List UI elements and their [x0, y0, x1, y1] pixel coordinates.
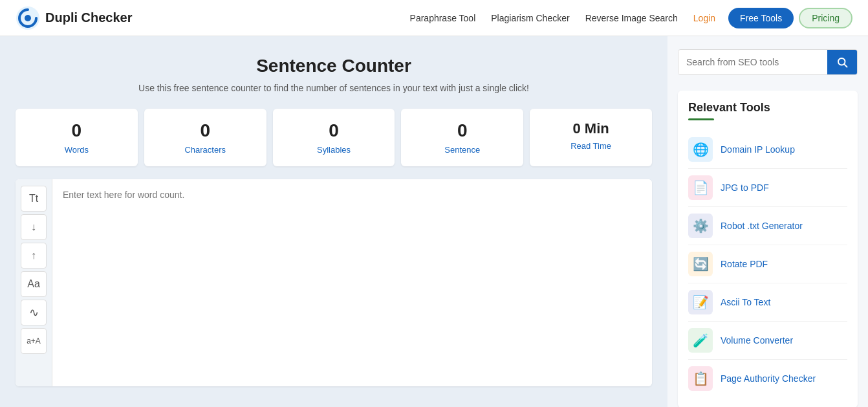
search-box [678, 49, 858, 75]
search-input[interactable] [678, 50, 827, 74]
read-time-label: Read Time [536, 141, 646, 151]
login-link[interactable]: Login [693, 13, 715, 23]
robot-txt-icon: ⚙️ [688, 214, 713, 238]
words-value: 0 [22, 120, 131, 141]
jpg-to-pdf-icon: 📄 [688, 175, 713, 200]
special-button[interactable]: ∿ [21, 300, 47, 325]
reverse-image-search-link[interactable]: Reverse Image Search [585, 13, 678, 23]
read-time-value: 0 Min [536, 120, 646, 137]
nav-links: Paraphrase Tool Plagiarism Checker Rever… [410, 13, 716, 23]
case-button[interactable]: Aa [21, 271, 47, 297]
characters-stat-card: 0 Characters [144, 109, 266, 166]
ascii-to-text-label: Ascii To Text [721, 297, 770, 307]
syllables-value: 0 [279, 120, 389, 141]
plagiarism-checker-link[interactable]: Plagiarism Checker [491, 13, 569, 23]
characters-value: 0 [151, 120, 260, 141]
page-subtitle: Use this free sentence counter to find t… [16, 83, 652, 93]
editor-toolbar: Tt ↓ ↑ Aa ∿ a+A [16, 179, 52, 386]
svg-point-1 [25, 15, 31, 21]
page-authority-label: Page Authority Checker [721, 373, 816, 384]
read-time-stat-card: 0 Min Read Time [530, 109, 652, 166]
text-input[interactable] [52, 179, 652, 386]
page-authority-checker-tool[interactable]: 📋 Page Authority Checker [688, 360, 847, 397]
characters-label: Characters [151, 145, 260, 155]
rotate-pdf-label: Rotate PDF [721, 259, 768, 269]
merge-button[interactable]: a+A [21, 328, 47, 354]
logo-text: Dupli Checker [45, 10, 132, 25]
paraphrase-tool-link[interactable]: Paraphrase Tool [410, 13, 476, 23]
rotate-pdf-icon: 🔄 [688, 252, 713, 276]
pricing-button[interactable]: Pricing [799, 8, 852, 28]
sentence-stat-card: 0 Sentence [401, 109, 523, 166]
domain-ip-lookup-tool[interactable]: 🌐 Domain IP Lookup [688, 131, 847, 169]
increase-button[interactable]: ↑ [21, 243, 47, 269]
ascii-to-text-icon: 📝 [688, 290, 713, 314]
free-tools-button[interactable]: Free Tools [728, 8, 794, 28]
words-label: Words [22, 145, 131, 155]
robot-txt-label: Robot .txt Generator [721, 221, 803, 231]
left-content: Sentence Counter Use this free sentence … [0, 36, 667, 407]
sidebar: Relevant Tools 🌐 Domain IP Lookup 📄 JPG … [667, 36, 868, 407]
header: Dupli Checker Paraphrase Tool Plagiarism… [0, 0, 868, 36]
page-title: Sentence Counter [16, 56, 652, 76]
font-size-button[interactable]: Tt [21, 186, 47, 212]
robot-txt-generator-tool[interactable]: ⚙️ Robot .txt Generator [688, 207, 847, 245]
syllables-label: Syllables [279, 145, 389, 155]
search-button[interactable] [827, 50, 857, 74]
main-layout: Sentence Counter Use this free sentence … [0, 36, 868, 407]
page-authority-icon: 📋 [688, 366, 713, 391]
decrease-button[interactable]: ↓ [21, 214, 47, 240]
sentence-label: Sentence [407, 145, 517, 155]
sentence-value: 0 [407, 120, 517, 141]
volume-converter-label: Volume Converter [721, 335, 793, 346]
volume-converter-icon: 🧪 [688, 328, 713, 353]
stats-row: 0 Words 0 Characters 0 Syllables 0 Sente… [16, 109, 652, 166]
svg-line-3 [844, 64, 847, 67]
editor-area: Tt ↓ ↑ Aa ∿ a+A [16, 179, 652, 386]
relevant-underline [688, 118, 714, 120]
syllables-stat-card: 0 Syllables [273, 109, 395, 166]
search-icon [836, 56, 848, 68]
words-stat-card: 0 Words [16, 109, 138, 166]
rotate-pdf-tool[interactable]: 🔄 Rotate PDF [688, 245, 847, 283]
ascii-to-text-tool[interactable]: 📝 Ascii To Text [688, 283, 847, 322]
domain-ip-icon: 🌐 [688, 137, 713, 162]
volume-converter-tool[interactable]: 🧪 Volume Converter [688, 322, 847, 360]
logo-area: Dupli Checker [16, 6, 132, 30]
domain-ip-label: Domain IP Lookup [721, 144, 795, 155]
relevant-tools-title: Relevant Tools [688, 101, 847, 115]
relevant-tools-section: Relevant Tools 🌐 Domain IP Lookup 📄 JPG … [678, 91, 858, 407]
logo-icon [16, 6, 40, 30]
jpg-to-pdf-tool[interactable]: 📄 JPG to PDF [688, 169, 847, 207]
jpg-to-pdf-label: JPG to PDF [721, 182, 769, 193]
